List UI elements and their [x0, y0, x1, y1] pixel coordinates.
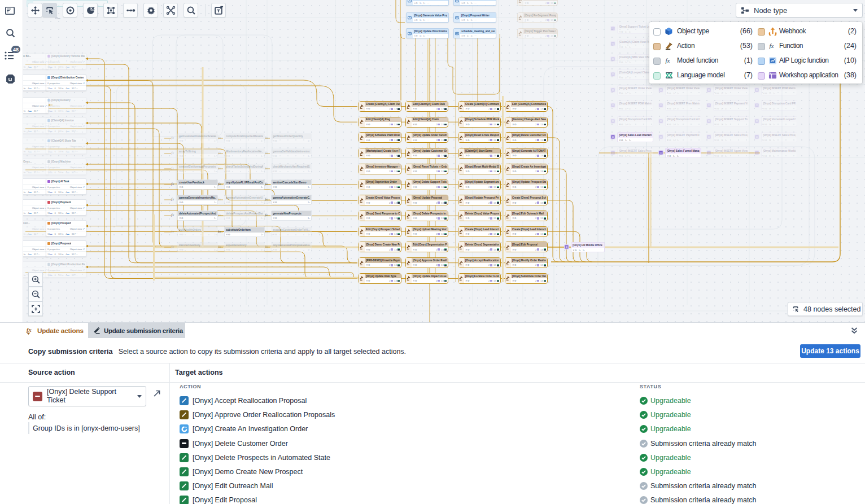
svg-text:fx: fx: [769, 42, 774, 49]
svg-text:fx: fx: [665, 57, 670, 64]
svg-text:fx: fx: [27, 327, 32, 333]
